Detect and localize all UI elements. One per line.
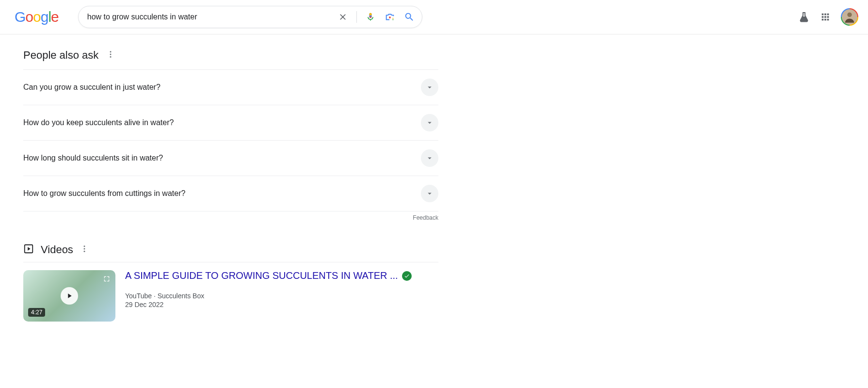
apps-icon[interactable] (820, 11, 831, 23)
more-options-icon[interactable] (80, 244, 89, 255)
video-channel: Succulents Box (158, 292, 205, 300)
video-meta: YouTube · Succulents Box (125, 292, 438, 300)
videos-section: Videos 4:27 A SIMPLE GUIDE TO GROWING SU… (23, 243, 438, 322)
feedback-link[interactable]: Feedback (23, 214, 438, 221)
video-date: 29 Dec 2022 (125, 301, 438, 308)
svg-point-8 (83, 251, 85, 252)
clear-icon[interactable] (337, 11, 349, 23)
video-section-icon (23, 243, 34, 256)
image-search-icon[interactable] (384, 11, 396, 23)
more-options-icon[interactable] (106, 50, 115, 61)
chevron-down-icon[interactable] (421, 114, 438, 131)
video-title[interactable]: A SIMPLE GUIDE TO GROWING SUCCULENTS IN … (125, 270, 398, 281)
video-source: YouTube (125, 292, 152, 300)
search-bar (78, 6, 422, 28)
divider (356, 11, 357, 23)
video-info: A SIMPLE GUIDE TO GROWING SUCCULENTS IN … (125, 270, 438, 322)
chevron-down-icon[interactable] (421, 149, 438, 167)
paa-question: How do you keep succulents alive in wate… (23, 118, 174, 127)
play-icon (61, 287, 78, 305)
paa-item[interactable]: How do you keep succulents alive in wate… (23, 105, 438, 141)
paa-item[interactable]: How long should succulents sit in water? (23, 141, 438, 176)
paa-question: Can you grow a succulent in just water? (23, 83, 161, 92)
voice-search-icon[interactable] (365, 11, 376, 23)
header: Google (0, 0, 868, 34)
paa-item[interactable]: Can you grow a succulent in just water? (23, 70, 438, 105)
google-logo[interactable]: Google (15, 9, 59, 25)
videos-header: Videos (23, 243, 438, 256)
account-avatar[interactable] (841, 8, 858, 26)
svg-point-4 (110, 56, 112, 58)
paa-question: How long should succulents sit in water? (23, 154, 163, 162)
svg-point-2 (110, 51, 112, 52)
search-input[interactable] (85, 13, 337, 21)
svg-point-3 (110, 54, 112, 55)
video-result[interactable]: 4:27 A SIMPLE GUIDE TO GROWING SUCCULENT… (23, 262, 438, 322)
chevron-down-icon[interactable] (421, 185, 438, 202)
videos-title: Videos (41, 243, 73, 256)
chevron-down-icon[interactable] (421, 79, 438, 96)
paa-list: Can you grow a succulent in just water? … (23, 69, 438, 211)
paa-title: People also ask (23, 49, 98, 62)
svg-point-0 (389, 16, 391, 18)
svg-point-7 (83, 248, 85, 250)
search-icon[interactable] (403, 11, 415, 23)
svg-point-6 (83, 245, 85, 247)
svg-point-1 (847, 13, 852, 17)
results-content: People also ask Can you grow a succulent… (0, 34, 438, 322)
video-thumbnail[interactable]: 4:27 (23, 270, 115, 322)
video-duration: 4:27 (28, 308, 45, 317)
paa-item[interactable]: How to grow succulents from cuttings in … (23, 176, 438, 211)
verified-icon (402, 271, 412, 281)
paa-question: How to grow succulents from cuttings in … (23, 189, 185, 198)
paa-header: People also ask (23, 49, 438, 62)
expand-icon (102, 274, 112, 284)
labs-icon[interactable] (798, 11, 810, 23)
header-right (798, 8, 858, 26)
